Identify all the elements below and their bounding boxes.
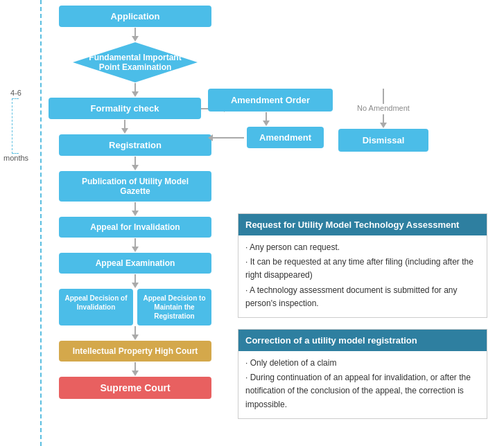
no-amendment-branch: No Amendment Dismissal (338, 89, 428, 152)
application-label: Application (111, 11, 160, 21)
months-brace (12, 98, 19, 154)
info-box-1: Correction of a utility model registrati… (238, 329, 487, 419)
ip-high-court-label: Intellectual Property High Court (73, 346, 198, 356)
info-box-1-header: Correction of a utility model registrati… (238, 330, 487, 351)
info-box-1-item-0: · Only deletion of a claim (245, 357, 480, 370)
arrow-amend-order-down (208, 112, 333, 127)
arrow-fundamental-to-formality (129, 82, 141, 98)
svg-marker-7 (132, 165, 139, 170)
appeal-decisions-item: Appeal Decision of Invalidation Appeal D… (49, 289, 222, 341)
ip-high-court-box: Intellectual Property High Court (59, 341, 211, 362)
main-container: 4-6 months Application Fundamental Impor… (0, 0, 504, 446)
info-box-0-body: · Any person can request. · It can be re… (238, 235, 487, 317)
appeal-invalidation-label: Appeal for Invalidation (90, 222, 180, 232)
info-box-1-body: · Only deletion of a claim · During cont… (238, 351, 487, 418)
back-line (213, 137, 244, 139)
arrow-ip-to-supreme (129, 362, 141, 377)
amendment-row: Amendment (208, 127, 324, 148)
publication-item: Publication of Utility Model Gazette (49, 171, 222, 217)
application-box: Application (59, 6, 211, 27)
appeal-decision-invalidation-box: Appeal Decision of Invalidation (59, 289, 133, 325)
info-box-0-item-1: · It can be requested at any time after … (245, 256, 480, 282)
appeal-examination-item: Appeal Examination (49, 253, 222, 289)
amendment-label: Amendment (259, 132, 311, 143)
arrow-exam-to-decisions (129, 274, 141, 289)
appeal-decision-maintain-box: Appeal Decision to Maintain the Registra… (137, 289, 211, 325)
supreme-court-label: Supreme Court (100, 382, 170, 393)
appeal-examination-label: Appeal Examination (96, 258, 175, 268)
svg-marker-9 (132, 211, 139, 216)
formality-row: Formality check (49, 98, 229, 119)
appeal-invalidation-box: Appeal for Invalidation (59, 217, 211, 238)
svg-marker-13 (132, 283, 139, 288)
appeal-decision-maintain-label: Appeal Decision to Maintain the Registra… (143, 294, 205, 320)
svg-marker-21 (380, 123, 387, 128)
no-amendment-label: No Amendment (357, 104, 410, 112)
appeal-examination-box: Appeal Examination (59, 253, 211, 274)
info-box-1-title: Correction of a utility model registrati… (245, 335, 417, 346)
arrow-decisions-to-ip (129, 325, 141, 341)
arrow-formality-to-reg (119, 119, 131, 134)
svg-marker-5 (121, 128, 128, 134)
fundamental-diamond-wrap: Fundamental Important Point Examination (59, 42, 211, 82)
svg-marker-19 (263, 121, 270, 126)
arrow-app-to-fundamental (129, 27, 141, 42)
amendment-box: Amendment (247, 127, 324, 148)
dismissal-label: Dismissal (363, 135, 405, 145)
ip-high-court-item: Intellectual Property High Court (49, 341, 222, 377)
fundamental-diamond: Fundamental Important Point Examination (66, 42, 205, 82)
svg-marker-11 (132, 247, 139, 252)
right-branch: Amendment Order Amendment (208, 89, 333, 148)
svg-marker-17 (132, 371, 139, 376)
appeal-decision-invalidation-label: Appeal Decision of Invalidation (64, 294, 127, 311)
amendment-order-label: Amendment Order (231, 95, 310, 105)
appeal-decisions-row: Appeal Decision of Invalidation Appeal D… (59, 289, 211, 325)
v-line-no-amend (383, 89, 384, 104)
formality-box: Formality check (49, 98, 201, 119)
formality-label: Formality check (91, 103, 159, 114)
registration-label: Registration (109, 140, 162, 150)
arrow-appeal-inv-to-exam (129, 238, 141, 253)
info-box-0-item-2: · A technology assessment document is su… (245, 284, 480, 310)
supreme-court-box: Supreme Court (59, 377, 211, 399)
months-text: months (3, 154, 28, 162)
appeal-invalidation-item: Appeal for Invalidation (49, 217, 222, 253)
application-item: Application (49, 6, 222, 42)
registration-box: Registration (59, 134, 211, 156)
formality-to-reg-area (49, 119, 201, 134)
svg-marker-1 (132, 36, 139, 42)
info-box-0-title: Request for Utility Model Technology Ass… (245, 220, 459, 230)
info-box-0-header: Request for Utility Model Technology Ass… (238, 214, 487, 235)
amendment-order-box: Amendment Order (208, 89, 333, 112)
months-label: 4-6 months (3, 89, 28, 162)
left-arrow-col (49, 119, 201, 134)
svg-marker-3 (132, 91, 139, 97)
publication-box: Publication of Utility Model Gazette (59, 171, 211, 202)
info-box-1-item-1: · During continuation of an appeal for i… (245, 371, 480, 411)
arrow-reg-to-pub (129, 156, 141, 171)
arrow-pub-to-appeal-inv (129, 202, 141, 217)
flow-section: 4-6 months Application Fundamental Impor… (0, 0, 222, 446)
supreme-court-item: Supreme Court (49, 377, 222, 399)
registration-item: Registration (49, 134, 222, 171)
no-amendment-col: No Amendment Dismissal (338, 104, 428, 152)
info-box-0-item-0: · Any person can request. (245, 241, 480, 254)
fundamental-item: Fundamental Important Point Examination (49, 42, 222, 98)
back-arrow (208, 134, 244, 141)
fundamental-label: Fundamental Important Point Examination (89, 53, 181, 72)
dismissal-box: Dismissal (338, 129, 428, 152)
info-section: Request for Utility Model Technology Ass… (232, 208, 496, 436)
info-box-0: Request for Utility Model Technology Ass… (238, 213, 487, 318)
publication-label: Publication of Utility Model Gazette (82, 177, 189, 196)
svg-marker-15 (132, 334, 139, 340)
back-arrowhead (208, 134, 213, 141)
months-range: 4-6 (10, 89, 21, 97)
arrow-no-amend-to-dismissal (377, 114, 390, 129)
